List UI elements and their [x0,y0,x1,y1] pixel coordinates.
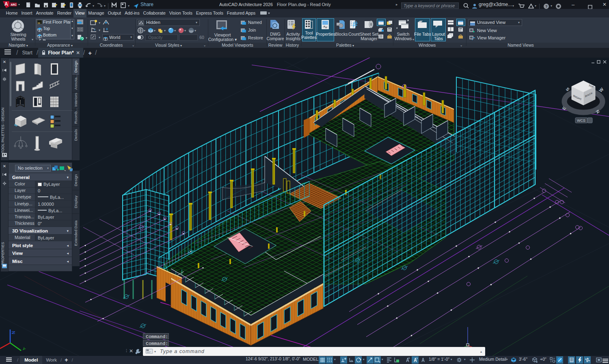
svg-text:WCS: WCS [577,118,585,123]
svg-text:A: A [4,1,8,7]
svg-text:z: z [94,28,96,31]
svg-text:ARC: ARC [11,3,17,6]
svg-text:3: 3 [106,27,108,31]
svg-text:N: N [11,331,15,334]
svg-text:Y: Y [22,347,27,352]
svg-text:?: ? [545,4,548,9]
